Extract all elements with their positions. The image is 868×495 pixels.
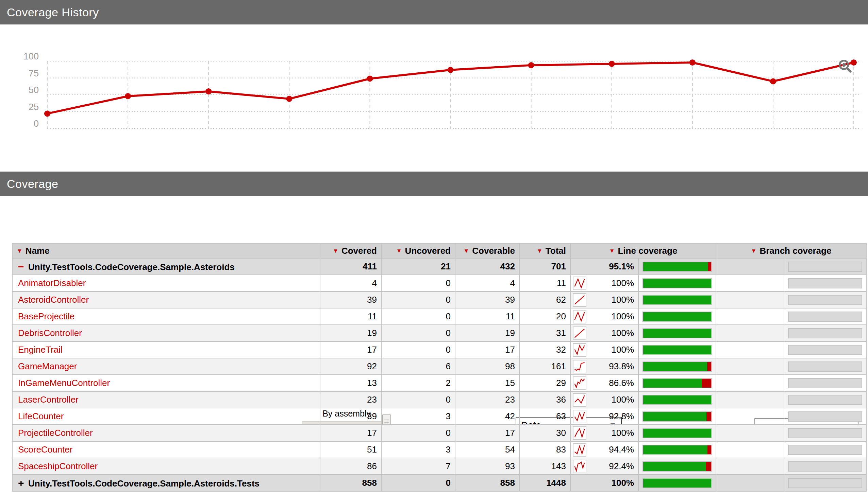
line-coverage-percent: 100%: [611, 294, 634, 305]
branch-coverage-percent: [716, 258, 784, 275]
line-coverage-bar: [642, 411, 712, 422]
covered-cell: 39: [320, 291, 381, 308]
sort-caret-icon: ▼: [537, 248, 542, 254]
line-coverage-history-sparkline[interactable]: [573, 410, 586, 423]
magnifier-plus-icon[interactable]: [837, 58, 854, 75]
coverable-cell: 15: [455, 375, 519, 391]
line-coverage-history-sparkline[interactable]: [573, 443, 586, 457]
class-row: EngineTrail1701732100%: [12, 341, 866, 358]
total-cell: 32: [519, 341, 570, 358]
line-coverage-history-sparkline[interactable]: [573, 293, 586, 307]
line-coverage-percent: 94.4%: [609, 444, 634, 455]
line-coverage-history-sparkline[interactable]: [573, 276, 586, 290]
branch-coverage-bar: [788, 461, 862, 472]
total-cell: 20: [519, 308, 570, 325]
total-cell: 1448: [519, 475, 570, 491]
line-coverage-percent: 86.6%: [609, 378, 634, 388]
uncovered-cell: 0: [381, 308, 455, 325]
branch-coverage-bar: [788, 328, 862, 338]
class-row: SpaceshipController8679314392.4%: [12, 458, 866, 475]
column-header-uncovered[interactable]: ▼Uncovered: [381, 243, 455, 258]
line-coverage-bar: [642, 478, 712, 488]
line-coverage-bar: [642, 461, 712, 472]
sort-caret-icon: ▼: [333, 248, 339, 254]
column-header-label: Name: [26, 246, 50, 256]
coverage-history-chart: 0255075100: [0, 24, 868, 172]
line-coverage-percent: 95.1%: [609, 261, 634, 272]
branch-coverage-percent: [716, 408, 784, 425]
total-cell: 36: [519, 391, 570, 408]
column-header-total[interactable]: ▼Total: [519, 243, 570, 258]
line-coverage-history-sparkline[interactable]: [573, 326, 586, 340]
class-row: AsteroidController3903962100%: [12, 291, 866, 308]
line-coverage-percent: 100%: [611, 311, 634, 322]
class-name-link[interactable]: LifeCounter: [18, 411, 64, 421]
class-name-link[interactable]: AsteroidController: [18, 294, 89, 305]
y-axis-tick-label: 50: [29, 85, 39, 95]
covered-cell: 51: [320, 441, 381, 458]
branch-coverage-bar: [788, 311, 862, 322]
class-name-link[interactable]: SpaceshipController: [18, 461, 98, 471]
column-header-covered[interactable]: ▼Covered: [320, 243, 381, 258]
coverage-table-wrap: ▼Name▼Covered▼Uncovered▼Coverable▼Total▼…: [12, 243, 866, 492]
coverable-cell: 858: [455, 475, 519, 491]
class-row: LaserController2302336100%: [12, 391, 866, 408]
class-name-link[interactable]: ScoreCounter: [18, 444, 72, 455]
line-coverage-percent: 100%: [611, 328, 634, 338]
class-name-link[interactable]: EngineTrail: [18, 344, 63, 355]
coverable-cell: 11: [455, 308, 519, 325]
coverable-cell: 23: [455, 391, 519, 408]
line-coverage-percent: 100%: [611, 428, 634, 438]
expand-assembly-icon[interactable]: +: [18, 477, 28, 489]
class-name-link[interactable]: AnimatorDisabler: [18, 278, 86, 288]
class-name-link[interactable]: ProjectileController: [18, 428, 93, 438]
covered-cell: 11: [320, 308, 381, 325]
total-cell: 31: [519, 325, 570, 341]
covered-cell: 411: [320, 258, 381, 275]
column-header-branch-coverage[interactable]: ▼Branch coverage: [716, 243, 866, 258]
class-name-link[interactable]: InGameMenuController: [18, 378, 110, 388]
uncovered-cell: 21: [381, 258, 455, 275]
line-coverage-history-sparkline[interactable]: [573, 360, 586, 373]
coverable-cell: 93: [455, 458, 519, 475]
column-header-line-coverage[interactable]: ▼Line coverage: [570, 243, 716, 258]
history-data-point: [689, 59, 695, 66]
branch-coverage-percent: [716, 458, 784, 475]
sort-caret-icon: ▼: [609, 248, 615, 254]
uncovered-cell: 2: [381, 375, 455, 391]
class-row: DebrisController1901931100%: [12, 325, 866, 341]
coverable-cell: 4: [455, 275, 519, 291]
class-name-link[interactable]: LaserController: [18, 394, 79, 405]
line-coverage-history-sparkline[interactable]: [573, 393, 586, 407]
class-row: InGameMenuController132152986.6%: [12, 375, 866, 391]
branch-coverage-percent: [716, 391, 784, 408]
class-name-link[interactable]: GameManager: [18, 361, 77, 371]
line-coverage-bar: [642, 328, 712, 338]
line-coverage-history-sparkline[interactable]: [573, 460, 586, 473]
coverage-section-title: Coverage: [7, 177, 58, 191]
column-header-label: Line coverage: [618, 246, 677, 256]
uncovered-cell: 0: [381, 391, 455, 408]
line-coverage-history-sparkline[interactable]: [573, 376, 586, 390]
line-coverage-percent: 100%: [611, 344, 634, 355]
history-data-point: [44, 110, 50, 117]
class-row: GameManager9269816193.8%: [12, 358, 866, 375]
column-header-coverable[interactable]: ▼Coverable: [455, 243, 519, 258]
branch-coverage-bar: [788, 345, 862, 355]
line-coverage-history-sparkline[interactable]: [573, 343, 586, 357]
branch-coverage-percent: [716, 475, 784, 491]
branch-coverage-bar: [788, 445, 862, 455]
class-name-link[interactable]: DebrisController: [18, 328, 82, 338]
total-cell: 11: [519, 275, 570, 291]
covered-cell: 13: [320, 375, 381, 391]
uncovered-cell: 3: [381, 408, 455, 425]
line-coverage-history-sparkline[interactable]: [573, 426, 586, 440]
line-coverage-history-sparkline[interactable]: [573, 310, 586, 323]
covered-cell: 4: [320, 275, 381, 291]
class-name-link[interactable]: BaseProjectile: [18, 311, 75, 321]
class-row: AnimatorDisabler40411100%: [12, 275, 866, 291]
total-cell: 143: [519, 458, 570, 475]
column-header-name[interactable]: ▼Name: [12, 243, 320, 258]
collapse-assembly-icon[interactable]: −: [18, 261, 28, 272]
history-data-point: [206, 88, 212, 95]
